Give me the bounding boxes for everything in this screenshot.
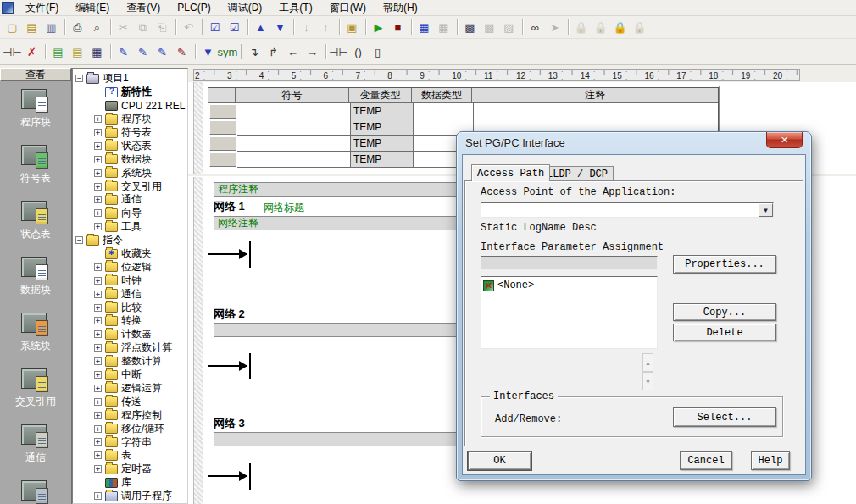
tree-item[interactable]: + 调用子程序 (73, 490, 187, 503)
cancel-button[interactable]: Cancel (680, 451, 732, 470)
pause-chart-status-button[interactable]: ▩ (480, 18, 499, 36)
tree-item[interactable]: + 移位/循环 (73, 422, 187, 435)
symbol-filter-button[interactable]: ▼ (198, 42, 218, 61)
var-type-cell[interactable]: TEMP (351, 136, 414, 152)
properties-button[interactable]: Properties... (673, 255, 776, 274)
tree-item[interactable]: + 逻辑运算 (73, 381, 187, 395)
tree-item[interactable]: + 时钟 (73, 274, 187, 287)
edit-tool-1-button[interactable]: ✎ (114, 42, 133, 61)
select-button[interactable]: Select... (673, 407, 776, 427)
symbol-info-table-button[interactable]: ▤ (48, 42, 68, 61)
tree-item[interactable]: + 程序控制 (73, 408, 187, 422)
insert-coil-button[interactable]: () (348, 42, 368, 61)
expand-toggle-icon[interactable]: + (94, 183, 102, 191)
line-down-button[interactable]: ↴ (244, 42, 264, 61)
sort-ascending-button[interactable]: ↑ (316, 18, 336, 36)
expand-toggle-icon[interactable]: + (94, 344, 102, 352)
compile-button[interactable]: ☑ (205, 18, 225, 36)
tab-access-path[interactable]: Access Path (471, 164, 550, 181)
expand-toggle-icon[interactable]: + (94, 115, 102, 123)
menu-edit[interactable]: 编辑(E) (67, 0, 118, 17)
tree-item[interactable]: + 中断 (73, 368, 187, 382)
expand-toggle-icon[interactable]: + (94, 330, 102, 338)
tree-item[interactable]: 收藏夹 (73, 247, 187, 261)
interface-field[interactable] (481, 256, 658, 270)
sidebar-item-system-block[interactable]: 系统块 (0, 305, 71, 361)
expand-toggle-icon[interactable]: + (94, 196, 102, 203)
upload-button[interactable]: ▲ (251, 18, 270, 36)
symbol-table-button[interactable]: ▤ (68, 42, 87, 61)
sidebar-item-cross-reference[interactable]: 交叉引用 (0, 361, 71, 417)
menu-window[interactable]: 窗口(W) (321, 0, 375, 17)
expand-toggle-icon[interactable]: + (94, 425, 102, 433)
compile-all-button[interactable]: ☑ (225, 18, 244, 36)
expand-toggle-icon[interactable]: + (94, 357, 102, 365)
program-status-button[interactable]: ▦ (414, 18, 434, 36)
copy-button[interactable]: Copy... (673, 303, 776, 321)
print-preview-button[interactable]: ⌕ (87, 18, 107, 36)
symbol-cell[interactable] (237, 152, 351, 168)
stop-button[interactable]: ■ (388, 18, 408, 36)
comment-cell[interactable] (474, 103, 718, 119)
tree-item[interactable]: + 交叉引用 (73, 180, 187, 193)
symbol-cell[interactable] (237, 119, 351, 136)
pause-program-status-button[interactable]: ▦ (434, 18, 453, 36)
edit-tool-2-button[interactable]: ✎ (133, 42, 153, 61)
sidebar-item-communications[interactable]: 通信 (0, 417, 71, 473)
scroll-up-icon[interactable]: ▲ (642, 353, 653, 372)
expand-toggle-icon[interactable]: − (75, 236, 83, 244)
ok-button[interactable]: OK (468, 451, 531, 470)
access-point-combo[interactable]: ▼ (481, 202, 774, 218)
help-button[interactable]: Help (751, 451, 790, 470)
insert-box-button[interactable]: ▯ (368, 42, 387, 61)
sidebar-item-symbol-table[interactable]: 符号表 (0, 137, 71, 193)
data-type-cell[interactable] (414, 103, 474, 119)
expand-toggle-icon[interactable]: + (94, 451, 102, 459)
menu-file[interactable]: 文件(F) (17, 0, 67, 17)
expand-toggle-icon[interactable]: + (94, 129, 102, 136)
tree-item[interactable]: + 符号表 (73, 126, 187, 140)
run-button[interactable]: ▶ (369, 18, 388, 36)
line-left-button[interactable]: ← (283, 42, 303, 61)
tree-item[interactable]: + 字符串 (73, 435, 187, 449)
var-type-cell[interactable]: TEMP (351, 103, 414, 119)
sidebar-item-program-block[interactable]: 程序块 (0, 81, 71, 137)
tree-item[interactable]: + 数据块 (73, 152, 187, 166)
scroll-down-icon[interactable]: ▼ (642, 372, 653, 390)
sidebar-item-data-block[interactable]: 数据块 (0, 249, 71, 305)
download-button[interactable]: ▼ (270, 18, 290, 36)
expand-toggle-icon[interactable]: + (94, 277, 102, 285)
row-header[interactable] (209, 104, 236, 119)
row-header[interactable] (209, 120, 236, 135)
var-type-cell[interactable]: TEMP (351, 152, 414, 168)
ruler[interactable]: 234567891011121314151617181920 (193, 69, 800, 81)
trend-view-button[interactable]: ▨ (499, 18, 519, 36)
var-type-cell[interactable]: TEMP (351, 119, 414, 136)
expand-toggle-icon[interactable]: + (94, 169, 102, 177)
undo-button[interactable]: ↶ (179, 18, 198, 36)
tree-item[interactable]: + 比较 (73, 301, 187, 314)
expand-toggle-icon[interactable]: + (94, 317, 102, 324)
expand-toggle-icon[interactable]: + (94, 304, 102, 312)
chart-status-button[interactable]: ▩ (460, 18, 480, 36)
expand-toggle-icon[interactable]: + (94, 263, 102, 271)
tree-item[interactable]: + 工具 (73, 220, 187, 234)
expand-toggle-icon[interactable]: + (94, 156, 102, 163)
cut-button[interactable]: ✂ (114, 18, 133, 36)
expand-toggle-icon[interactable]: + (94, 492, 102, 500)
menu-plc[interactable]: PLC(P) (169, 0, 219, 15)
tree-item[interactable]: + 浮点数计算 (73, 341, 187, 355)
delete-network-button[interactable]: ✗ (22, 42, 42, 61)
expand-toggle-icon[interactable]: + (94, 465, 102, 473)
force-pointer-button[interactable]: ➤ (545, 18, 564, 36)
tree-item[interactable]: + 通信 (73, 287, 187, 301)
interface-list[interactable]: <None> (481, 276, 658, 349)
tree-item[interactable]: + 转换 (73, 314, 187, 328)
delete-button[interactable]: Delete (673, 324, 776, 341)
menu-view[interactable]: 查看(V) (118, 0, 169, 17)
menu-tools[interactable]: 工具(T) (270, 0, 320, 17)
tree-item[interactable]: + 通信 (73, 193, 187, 207)
unlock-button[interactable]: 🔒 (591, 18, 610, 36)
line-up-button[interactable]: ↱ (264, 42, 283, 61)
sort-descending-button[interactable]: ↓ (297, 18, 316, 36)
